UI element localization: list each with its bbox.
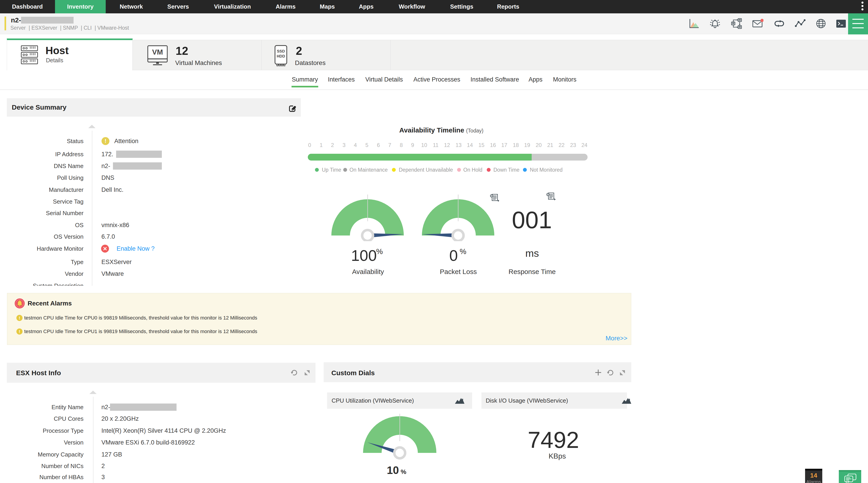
svg-text:HDD: HDD [277, 54, 285, 58]
svg-text:VM: VM [152, 48, 163, 56]
svg-text:SSD: SSD [277, 49, 285, 54]
